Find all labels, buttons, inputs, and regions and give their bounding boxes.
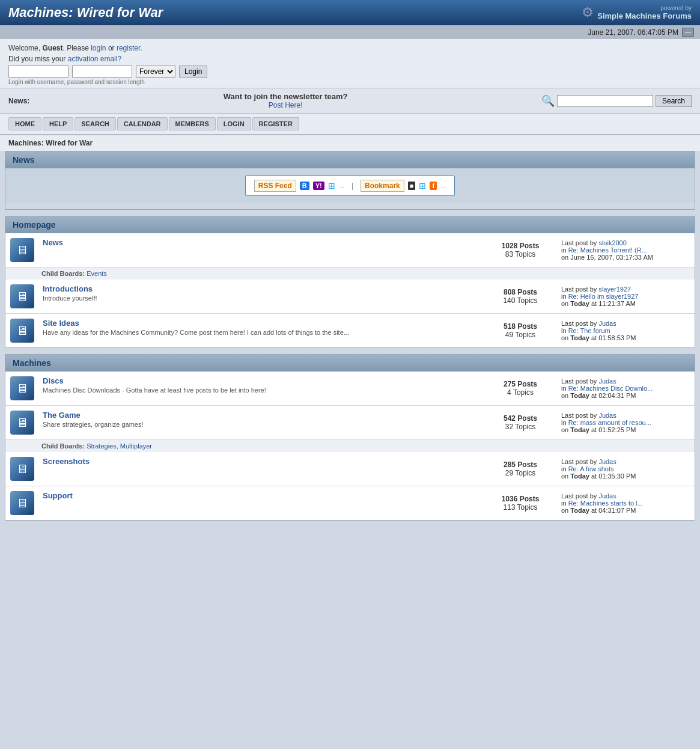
welcome-message: Welcome, Guest. Please login or register… <box>8 44 692 52</box>
lastpost-date-the-game: on Today at 01:52:25 PM <box>561 426 636 433</box>
news-search-bar: News: Want to join the newsletter team? … <box>0 88 700 114</box>
lastpost-user-the-game[interactable]: Judas <box>598 412 616 419</box>
forum-desc-site-ideas: Have any ideas for the Machines Communit… <box>43 329 481 336</box>
password-input[interactable] <box>72 66 132 78</box>
newsletter-headline: Want to join the newsletter team? <box>35 92 535 101</box>
welcome-bar: Welcome, Guest. Please login or register… <box>0 39 700 88</box>
forum-icon-cell-support: 🖥 <box>5 486 39 521</box>
section-homepage: Homepage🖥News1028 Posts83 TopicsLast pos… <box>5 216 695 348</box>
search-area: 🔍 Search <box>541 94 692 108</box>
lastpost-thread-introductions[interactable]: Re: Hello im slayer1927 <box>568 293 639 300</box>
forum-title-link-screenshots[interactable]: Screenshots <box>43 457 90 466</box>
lastpost-thread-news[interactable]: Re: Machines Torrent! (R... <box>568 246 647 254</box>
forum-title-link-the-game[interactable]: The Game <box>43 411 81 420</box>
forum-row-support: 🖥Support1036 Posts113 TopicsLast post by… <box>5 486 695 521</box>
forum-info-discs: DiscsMachines Disc Downloads - Gotta hav… <box>39 371 484 406</box>
forum-info-news: News <box>39 233 484 268</box>
forum-topics-introductions: 140 Topics <box>489 296 552 305</box>
gear-icon: ⚙ <box>582 5 594 20</box>
rss-bar: RSS Feed B Y! ⊞ ... | Bookmark ■ ⊞ f ... <box>5 168 695 203</box>
forum-posts-support: 1036 Posts <box>489 495 552 503</box>
lastpost-user-support[interactable]: Judas <box>598 492 616 500</box>
nav-item-members[interactable]: MEMBERS <box>169 117 216 130</box>
forum-icon-cell-the-game: 🖥 <box>5 406 39 440</box>
activation-link[interactable]: activation email? <box>68 55 121 63</box>
child-boards-row-the-game: Child Boards: Strategies, Multiplayer <box>5 440 695 453</box>
forum-stats-site-ideas: 518 Posts49 Topics <box>484 314 556 348</box>
lastpost-thread-support[interactable]: Re: Machines starts to l... <box>568 500 643 507</box>
nav-item-help[interactable]: HELP <box>43 117 73 130</box>
nav-item-search[interactable]: SEARCH <box>75 117 115 130</box>
forum-title-link-support[interactable]: Support <box>43 491 73 500</box>
nav-item-calendar[interactable]: CALENDAR <box>117 117 168 130</box>
forum-title-the-game: The Game <box>43 411 481 420</box>
forum-topics-discs: 4 Topics <box>489 388 552 397</box>
forum-title-support: Support <box>43 491 481 500</box>
lastpost-thread-the-game[interactable]: Re: mass amount of resou... <box>568 419 651 426</box>
forum-title-link-site-ideas[interactable]: Site Ideas <box>43 319 79 328</box>
forum-info-site-ideas: Site IdeasHave any ideas for the Machine… <box>39 314 484 348</box>
forum-title-link-introductions[interactable]: Introductions <box>43 284 93 293</box>
username-input[interactable] <box>8 66 68 78</box>
nav-item-login[interactable]: LOGIN <box>217 117 251 130</box>
forum-row-discs: 🖥DiscsMachines Disc Downloads - Gotta ha… <box>5 371 695 406</box>
lastpost-user-discs[interactable]: Judas <box>598 378 616 385</box>
forum-row-the-game: 🖥The GameShare strategies, organize game… <box>5 406 695 440</box>
main-content: News RSS Feed B Y! ⊞ ... | Bookmark ■ ⊞ … <box>0 151 700 533</box>
lastpost-user-screenshots[interactable]: Judas <box>598 458 616 465</box>
child-board-link-multiplayer[interactable]: Multiplayer <box>120 442 152 450</box>
child-boards-row-news: Child Boards: Events <box>5 268 695 280</box>
login-hint: Login with username, password and sessio… <box>8 79 692 85</box>
forum-info-the-game: The GameShare strategies, organize games… <box>39 406 484 440</box>
activation-message: Did you miss your activation email? <box>8 55 692 63</box>
lastpost-thread-screenshots[interactable]: Re: A few shots <box>568 465 614 472</box>
post-here-link[interactable]: Post Here! <box>269 101 303 109</box>
section-header-machines: Machines <box>5 355 695 371</box>
lastpost-date-site-ideas: on Today at 01:58:53 PM <box>561 334 636 341</box>
collapse-button[interactable]: — <box>682 28 694 37</box>
login-button[interactable]: Login <box>179 66 207 78</box>
forum-stats-introductions: 808 Posts140 Topics <box>484 280 556 314</box>
nav-item-home[interactable]: HOME <box>8 117 41 130</box>
username: Guest <box>42 44 62 52</box>
login-link[interactable]: login <box>91 44 106 52</box>
lastpost-date-screenshots: on Today at 01:35:30 PM <box>561 472 636 480</box>
forum-icon: 🖥 <box>10 457 34 481</box>
search-input[interactable] <box>557 95 653 107</box>
site-header: Machines: Wired for War ⚙ powered by Sim… <box>0 0 700 25</box>
forum-sections: Homepage🖥News1028 Posts83 TopicsLast pos… <box>5 216 695 521</box>
rss-feed-button[interactable]: RSS Feed <box>254 180 296 192</box>
forum-posts-screenshots: 285 Posts <box>489 460 552 469</box>
forum-title-link-discs[interactable]: Discs <box>43 376 64 385</box>
lastpost-thread-site-ideas[interactable]: Re: The forum <box>568 327 610 334</box>
forum-icon: 🖥 <box>10 284 34 308</box>
forum-icon: 🖥 <box>10 411 34 435</box>
forum-icon: 🖥 <box>10 376 34 400</box>
forum-desc-the-game: Share strategies, organize games! <box>43 421 481 428</box>
forum-row-news: 🖥News1028 Posts83 TopicsLast post by slo… <box>5 233 695 268</box>
lastpost-user-site-ideas[interactable]: Judas <box>598 320 616 327</box>
breadcrumb-text: Machines: Wired for War <box>8 139 93 147</box>
forum-topics-screenshots: 29 Topics <box>489 469 552 477</box>
win-icon: ⊞ <box>328 181 335 191</box>
bookmark-button[interactable]: Bookmark <box>361 180 404 192</box>
forum-info-support: Support <box>39 486 484 521</box>
forum-table-homepage: 🖥News1028 Posts83 TopicsLast post by slo… <box>5 233 695 347</box>
session-length-select[interactable]: Forever <box>136 66 175 78</box>
register-link[interactable]: register <box>117 44 140 52</box>
lastpost-thread-discs[interactable]: Re: Machines Disc Downlo... <box>568 385 653 392</box>
child-boards-cell-news: Child Boards: Events <box>5 268 695 280</box>
y-icon: Y! <box>313 182 324 190</box>
nav-item-register[interactable]: REGISTER <box>252 117 299 130</box>
child-board-link-strategies[interactable]: Strategies <box>87 442 117 450</box>
forum-title-link-news[interactable]: News <box>43 238 63 247</box>
forum-desc-discs: Machines Disc Downloads - Gotta have at … <box>43 387 481 394</box>
child-board-link-events[interactable]: Events <box>87 270 107 277</box>
lastpost-user-introductions[interactable]: slayer1927 <box>598 286 631 293</box>
news-content: Want to join the newsletter team? Post H… <box>35 92 535 109</box>
navbar: HOMEHELPSEARCHCALENDARMEMBERSLOGINREGIST… <box>0 114 700 135</box>
forum-stats-discs: 275 Posts4 Topics <box>484 371 556 406</box>
forum-lastpost-support: Last post by Judasin Re: Machines starts… <box>556 486 695 521</box>
search-button[interactable]: Search <box>656 95 692 107</box>
lastpost-user-news[interactable]: sloik2000 <box>598 239 626 246</box>
